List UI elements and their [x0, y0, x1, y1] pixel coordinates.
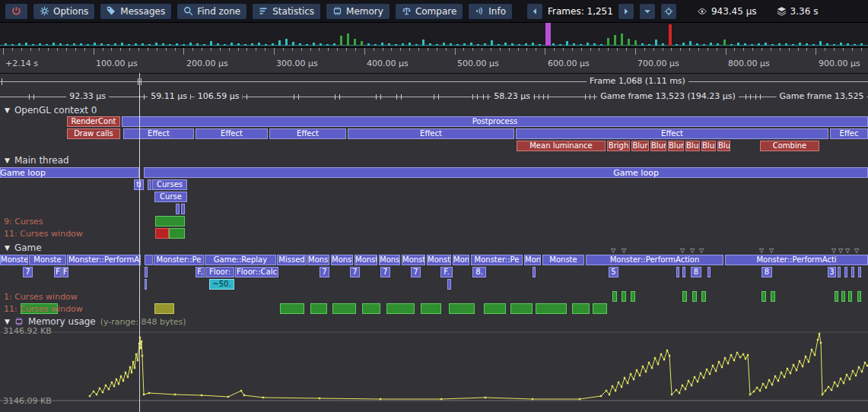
zone-bar[interactable]	[484, 303, 506, 314]
zone-bar[interactable]	[848, 291, 852, 302]
zone-bar[interactable]	[631, 291, 635, 302]
zone-bar[interactable]: Brigh	[607, 141, 630, 151]
zone-bar[interactable]	[857, 291, 861, 302]
zone-bar[interactable]: Blur	[717, 141, 730, 151]
zone-bar[interactable]: RenderCont	[67, 116, 120, 127]
collapsed-zone-marker[interactable]: ▽	[831, 248, 836, 254]
zone-bar[interactable]: Game::Replay	[205, 255, 276, 265]
zone-bar[interactable]: 7	[320, 267, 329, 277]
zone-bar[interactable]: Mons	[453, 255, 469, 265]
zone-bar[interactable]	[707, 267, 711, 277]
zone-bar[interactable]: Monster::Pe	[471, 255, 523, 265]
zone-bar[interactable]	[280, 303, 304, 314]
zone-bar[interactable]	[841, 291, 845, 302]
zone-bar[interactable]: Blur	[631, 141, 649, 151]
zone-bar[interactable]	[844, 267, 847, 277]
zone-bar[interactable]: F	[62, 267, 68, 277]
zone-bar[interactable]	[851, 267, 854, 277]
section-header-game[interactable]: ▼Game	[5, 242, 42, 253]
zone-bar[interactable]: Monster::PerformActi	[725, 255, 868, 265]
zone-bar[interactable]: Draw calls	[67, 128, 120, 139]
zone-bar[interactable]	[858, 267, 861, 277]
zone-bar[interactable]: ~50.	[209, 279, 234, 290]
zone-bar[interactable]	[155, 228, 169, 239]
collapsed-zone-marker[interactable]: ▽	[690, 248, 695, 254]
zone-bar[interactable]: Monster::PerformAction	[586, 255, 723, 265]
zone-bar[interactable]	[155, 216, 185, 227]
zone-bar[interactable]: 7	[411, 267, 421, 277]
zone-bar[interactable]: Effect	[269, 128, 346, 139]
zone-bar[interactable]: Mons	[524, 255, 541, 265]
zone-bar[interactable]: Effect	[348, 128, 514, 139]
zone-bar[interactable]: Curse	[154, 192, 187, 202]
collapsed-zone-marker[interactable]: ▽	[759, 248, 764, 254]
zone-bar[interactable]: 5	[609, 267, 618, 277]
zone-bar[interactable]: Monste	[0, 255, 28, 265]
zone-bar[interactable]	[421, 303, 441, 314]
section-header-main-thread[interactable]: ▼Main thread	[5, 155, 69, 166]
zone-bar[interactable]	[148, 179, 151, 190]
zone-bar[interactable]	[386, 303, 415, 314]
zone-bar[interactable]: Monste	[29, 255, 66, 265]
zone-bar[interactable]: Postprocess	[122, 116, 868, 127]
zone-bar[interactable]: F.	[440, 267, 453, 277]
section-header-opengl-context-0[interactable]: ▼OpenGL context 0	[5, 105, 97, 116]
zone-bar[interactable]: 7	[380, 267, 390, 277]
zone-bar[interactable]: Monste	[542, 255, 584, 265]
zone-bar[interactable]	[362, 303, 380, 314]
collapsed-zone-marker[interactable]: ▽	[838, 248, 843, 254]
zone-bar[interactable]	[510, 303, 533, 314]
zone-bar[interactable]	[771, 291, 775, 302]
zone-bar[interactable]: Effec	[830, 128, 868, 139]
zone-bar[interactable]	[692, 291, 697, 302]
zone-bar[interactable]	[144, 167, 868, 178]
zone-bar[interactable]	[622, 291, 626, 302]
zone-bar[interactable]	[310, 303, 327, 314]
zone-bar[interactable]: Monst	[379, 255, 400, 265]
zone-bar[interactable]	[536, 303, 567, 314]
collapsed-zone-marker[interactable]: ▽	[611, 248, 615, 254]
collapsed-zone-marker[interactable]: ▽	[680, 248, 685, 254]
collapsed-zone-marker[interactable]: ▽	[845, 248, 850, 254]
zone-bar[interactable]	[145, 279, 147, 290]
zone-bar[interactable]: Blur	[650, 141, 666, 151]
zone-bar[interactable]	[447, 279, 451, 290]
zone-bar[interactable]: 8	[691, 267, 701, 277]
zone-bar[interactable]: Monst	[307, 255, 329, 265]
zone-bar[interactable]: Effect	[123, 128, 194, 139]
zone-bar[interactable]: 8	[761, 267, 772, 277]
zone-bar[interactable]	[0, 167, 139, 178]
zone-bar[interactable]	[761, 291, 766, 302]
zone-bar[interactable]	[701, 291, 706, 302]
zone-bar[interactable]: Effect	[516, 128, 828, 139]
zone-bar[interactable]	[176, 204, 180, 214]
zone-bar[interactable]: Monste	[427, 255, 451, 265]
zone-bar[interactable]	[612, 291, 617, 302]
zone-bar[interactable]: Mean luminance	[517, 141, 606, 151]
zone-bar[interactable]: F.	[196, 267, 205, 277]
zone-bar[interactable]: 7	[23, 267, 33, 277]
zone-bar[interactable]: Blur	[668, 141, 684, 151]
zone-bar[interactable]	[181, 204, 185, 214]
zone-bar[interactable]: Combine	[760, 141, 819, 151]
zone-bar[interactable]	[145, 255, 153, 265]
zone-bar[interactable]: Effect	[196, 128, 268, 139]
zone-bar[interactable]: Monst	[355, 255, 377, 265]
zone-bar[interactable]	[593, 303, 607, 314]
zone-bar[interactable]	[169, 228, 185, 239]
zone-bar[interactable]: Monst	[402, 255, 425, 265]
zone-bar[interactable]	[682, 291, 687, 302]
zone-bar[interactable]: Floor::Calc	[235, 267, 278, 277]
collapsed-zone-marker[interactable]: ▽	[622, 248, 626, 254]
zone-bar[interactable]	[533, 267, 536, 277]
zone-bar[interactable]: Blur	[701, 141, 716, 151]
zone-bar[interactable]	[449, 303, 475, 314]
zone-bar[interactable]	[145, 267, 148, 277]
zone-bar[interactable]: Missed	[277, 255, 307, 265]
zone-bar[interactable]: Blur	[685, 141, 700, 151]
zone-bar[interactable]	[682, 267, 685, 277]
zone-bar[interactable]	[154, 303, 174, 314]
zone-bar[interactable]: 8.	[472, 267, 486, 277]
zone-bar[interactable]	[835, 291, 838, 302]
zone-bar[interactable]: 7	[350, 267, 360, 277]
